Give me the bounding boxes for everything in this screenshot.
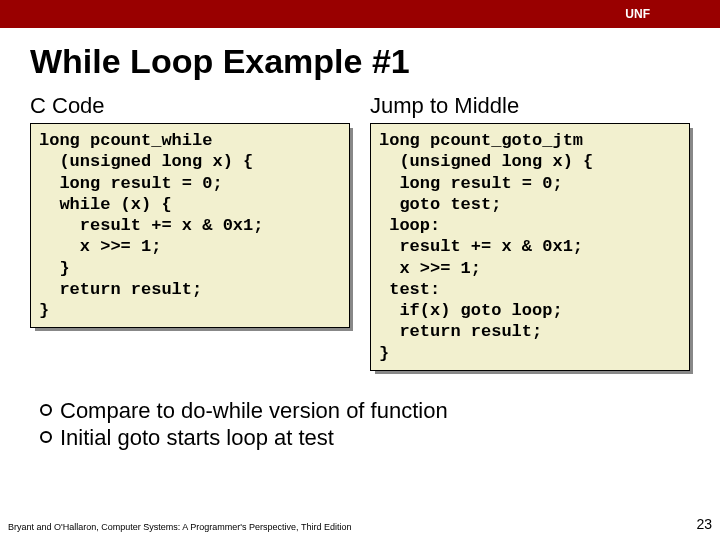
footer: Bryant and O'Hallaron, Computer Systems:… [8, 516, 712, 532]
columns: C Code long pcount_while (unsigned long … [0, 93, 720, 371]
right-codebox: long pcount_goto_jtm (unsigned long x) {… [370, 123, 690, 371]
right-column: Jump to Middle long pcount_goto_jtm (uns… [370, 93, 690, 371]
slide-title: While Loop Example #1 [30, 42, 720, 81]
header-band: UNF [0, 0, 720, 28]
bullet-icon [40, 431, 52, 443]
right-heading: Jump to Middle [370, 93, 690, 119]
list-item: Initial goto starts loop at test [40, 424, 720, 452]
citation: Bryant and O'Hallaron, Computer Systems:… [8, 522, 351, 532]
right-code: long pcount_goto_jtm (unsigned long x) {… [370, 123, 690, 371]
page-number: 23 [696, 516, 712, 532]
brand-label: UNF [625, 7, 650, 21]
left-heading: C Code [30, 93, 350, 119]
bullet-list: Compare to do-while version of function … [40, 397, 720, 452]
list-item: Compare to do-while version of function [40, 397, 720, 425]
left-column: C Code long pcount_while (unsigned long … [30, 93, 350, 371]
left-code: long pcount_while (unsigned long x) { lo… [30, 123, 350, 328]
bullet-icon [40, 404, 52, 416]
left-codebox: long pcount_while (unsigned long x) { lo… [30, 123, 350, 328]
bullet-text: Compare to do-while version of function [60, 397, 448, 425]
bullet-text: Initial goto starts loop at test [60, 424, 334, 452]
